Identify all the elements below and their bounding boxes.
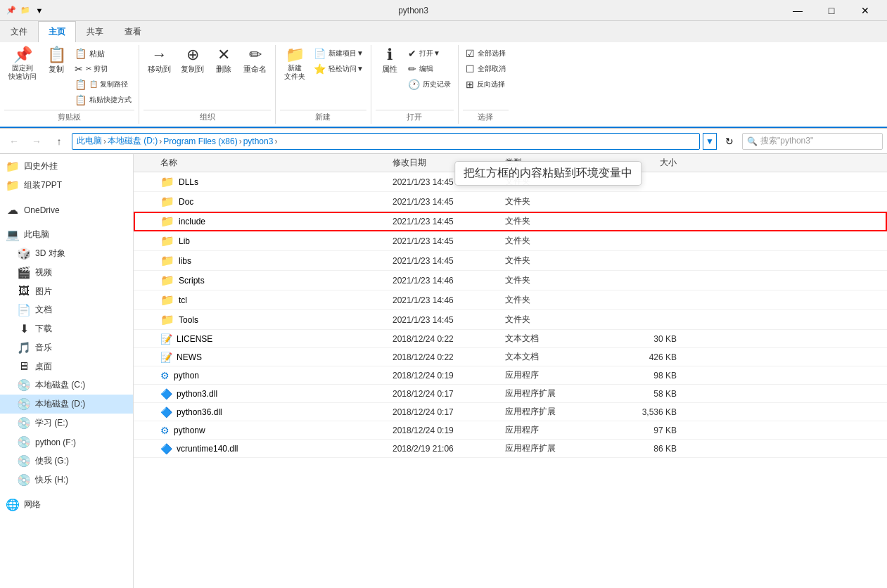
table-row[interactable]: 📝 LICENSE 2018/12/24 0:22 文本文档 30 KB [134, 330, 887, 348]
file-name-cell: 📁 Doc [155, 195, 387, 208]
folder-icon: 📁 [20, 5, 31, 16]
address-path[interactable]: 此电脑 › 本地磁盘 (D:) › Program Files (x86) › … [72, 133, 700, 150]
table-row[interactable]: 📝 NEWS 2018/12/24 0:22 文本文档 426 KB [134, 348, 887, 366]
file-type-cell: 文本文档 [499, 351, 612, 363]
sidebar-item-3d[interactable]: 🎲 3D 对象 [0, 244, 133, 263]
sidebar-item-diskh[interactable]: 💿 快乐 (H:) [0, 471, 133, 490]
sidebar-item-onedrive[interactable]: ☁ OneDrive [0, 200, 133, 219]
sidebar-item-zuzhuang[interactable]: 📁 组装7PPT [0, 176, 133, 195]
maximize-button[interactable]: □ [815, 0, 848, 21]
minimize-button[interactable]: — [781, 0, 814, 21]
search-box[interactable]: 🔍 搜索"python3" [742, 133, 883, 150]
sidebar-item-download[interactable]: ⬇ 下载 [0, 319, 133, 338]
edit-icon: ✏ [408, 63, 416, 75]
sidebar-item-diskf[interactable]: 💿 python (F:) [0, 433, 133, 452]
breadcrumb-diskd[interactable]: 本地磁盘 (D:) [108, 135, 158, 147]
sidebar-item-desktop[interactable]: 🖥 桌面 [0, 357, 133, 376]
ribbon: 文件 主页 共享 查看 📌 固定到 快速访问 📋 复制 📋 粘贴 [0, 21, 887, 129]
sidebar-item-music[interactable]: 🎵 音乐 [0, 338, 133, 357]
move-icon: → [152, 47, 167, 63]
table-row[interactable]: 📁 include 2021/1/23 14:45 文件夹 [134, 212, 887, 231]
pin-button[interactable]: 📌 固定到 快速访问 [4, 45, 41, 83]
table-row[interactable]: 📁 libs 2021/1/23 14:45 文件夹 [134, 251, 887, 271]
file-name-cell: 📝 NEWS [155, 352, 387, 363]
copy-to-button[interactable]: ⊕ 复制到 [177, 45, 208, 77]
address-dropdown-button[interactable]: ▼ [703, 133, 717, 150]
text-icon: 📝 [160, 352, 172, 363]
file-name: Scripts [179, 276, 205, 286]
sidebar-item-diske[interactable]: 💿 学习 (E:) [0, 414, 133, 433]
select-all-icon: ☑ [466, 48, 475, 59]
sidebar-item-docs[interactable]: 📄 文档 [0, 300, 133, 319]
file-rows-container: 📁 DLLs 2021/1/23 14:45 文件夹 📁 Doc 2021/1/… [134, 172, 887, 458]
diskc-icon: 💿 [17, 378, 31, 392]
file-name-cell: 📁 libs [155, 254, 387, 267]
invert-select-button[interactable]: ⊞ 反向选择 [463, 77, 509, 91]
table-row[interactable]: 🔷 python36.dll 2018/12/24 0:17 应用程序扩展 3,… [134, 403, 887, 421]
sidebar-item-video[interactable]: 🎬 视频 [0, 263, 133, 282]
organize-items: → 移动到 ⊕ 复制到 ✕ 删除 ✏ 重命名 [143, 45, 271, 108]
desktop-icon: 🖥 [17, 360, 31, 373]
new-folder-button[interactable]: 📁 新建 文件夹 [280, 45, 310, 83]
forward-button[interactable]: → [27, 132, 46, 151]
cut-button[interactable]: ✂ ✂ 剪切 [72, 62, 134, 76]
select-all-button[interactable]: ☑ 全部选择 [463, 46, 509, 60]
paste-button[interactable]: 📋 粘贴 [72, 46, 134, 60]
file-name: Doc [179, 197, 193, 207]
easy-access-button[interactable]: ⭐ 轻松访问▼ [311, 62, 366, 76]
close-button[interactable]: ✕ [849, 0, 881, 21]
table-row[interactable]: 📁 Scripts 2021/1/23 14:46 文件夹 [134, 271, 887, 290]
table-row[interactable]: 📁 tcl 2021/1/23 14:46 文件夹 [134, 290, 887, 310]
history-button[interactable]: 🕐 历史记录 [405, 77, 454, 91]
new-folder-icon: 📁 [286, 47, 305, 63]
open-button[interactable]: ✔ 打开▼ [405, 46, 454, 60]
copy-path-button[interactable]: 📋 📋 复制路径 [72, 77, 134, 91]
file-type-cell: 文件夹 [499, 314, 612, 326]
table-row[interactable]: 📁 Lib 2021/1/23 14:45 文件夹 [134, 231, 887, 251]
tab-view[interactable]: 查看 [114, 21, 152, 42]
folder-icon: 📁 [160, 215, 174, 228]
title-bar: 📌 📁 ▼ python3 — □ ✕ [0, 0, 887, 21]
sidebar-item-sishi[interactable]: 📁 四史外挂 [0, 157, 133, 176]
edit-button[interactable]: ✏ 编辑 [405, 62, 454, 76]
sidebar-item-diskg[interactable]: 💿 使我 (G:) [0, 452, 133, 471]
open-icon: ✔ [408, 48, 416, 59]
file-size-cell: 30 KB [612, 334, 682, 344]
new-item-button[interactable]: 📄 新建项目▼ [311, 46, 366, 60]
table-row[interactable]: ⚙ python 2018/12/24 0:19 应用程序 98 KB [134, 366, 887, 385]
delete-button[interactable]: ✕ 删除 [210, 45, 238, 77]
search-icon: 🔍 [747, 136, 758, 146]
table-row[interactable]: 📁 Tools 2021/1/23 14:45 文件夹 [134, 310, 887, 330]
tab-share[interactable]: 共享 [76, 21, 114, 42]
rename-button[interactable]: ✏ 重命名 [239, 45, 271, 77]
sidebar-item-diskc[interactable]: 💿 本地磁盘 (C:) [0, 376, 133, 395]
up-button[interactable]: ↑ [49, 132, 69, 151]
copy-button[interactable]: 📋 复制 [42, 45, 70, 77]
back-button[interactable]: ← [4, 132, 24, 151]
breadcrumb-programfiles[interactable]: Program Files (x86) [163, 136, 237, 146]
breadcrumb-python3[interactable]: python3 [243, 136, 274, 146]
file-name: pythonw [174, 426, 205, 435]
move-to-button[interactable]: → 移动到 [143, 45, 175, 77]
paste-shortcut-button[interactable]: 📋 粘贴快捷方式 [72, 93, 134, 107]
sidebar-item-picture[interactable]: 🖼 图片 [0, 282, 133, 300]
file-date-cell: 2021/1/23 14:45 [387, 217, 499, 226]
sidebar-item-network[interactable]: 🌐 网络 [0, 495, 133, 514]
sidebar-item-diskd[interactable]: 💿 本地磁盘 (D:) [0, 395, 133, 414]
select-none-button[interactable]: ☐ 全部取消 [463, 62, 509, 76]
table-row[interactable]: 🔷 python3.dll 2018/12/24 0:17 应用程序扩展 58 … [134, 385, 887, 403]
refresh-button[interactable]: ↻ [720, 132, 739, 151]
table-row[interactable]: 📁 Doc 2021/1/23 14:45 文件夹 [134, 192, 887, 212]
down-icon: ▼ [34, 5, 45, 16]
sidebar-item-thispc[interactable]: 💻 此电脑 [0, 225, 133, 244]
properties-icon: ℹ [387, 47, 393, 63]
tab-home[interactable]: 主页 [38, 21, 76, 42]
table-row[interactable]: ⚙ pythonw 2018/12/24 0:19 应用程序 97 KB [134, 421, 887, 440]
tab-file[interactable]: 文件 [0, 21, 38, 42]
table-row[interactable]: 🔷 vcruntime140.dll 2018/2/19 21:06 应用程序扩… [134, 440, 887, 458]
copy-to-icon: ⊕ [186, 47, 199, 63]
col-name[interactable]: 名称 [155, 157, 387, 169]
file-name-cell: 📝 LICENSE [155, 333, 387, 345]
properties-button[interactable]: ℹ 属性 [376, 45, 404, 77]
breadcrumb-thispc[interactable]: 此电脑 [77, 135, 102, 147]
